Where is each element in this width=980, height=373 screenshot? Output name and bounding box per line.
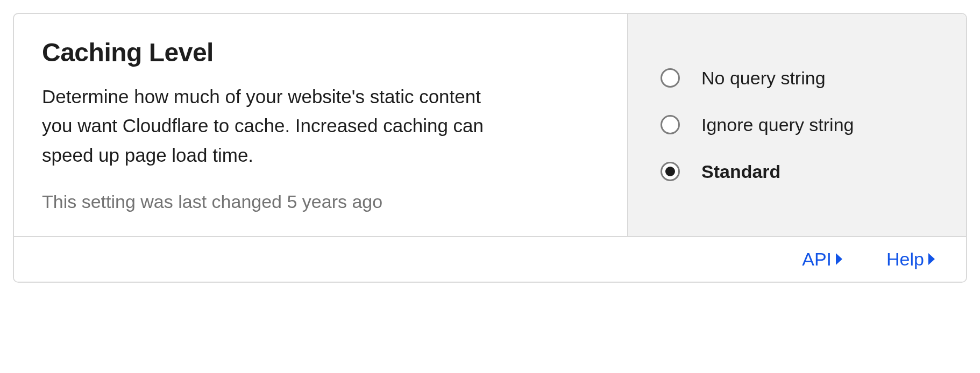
svg-marker-0 [836, 253, 842, 265]
caret-right-icon [928, 253, 936, 265]
help-link[interactable]: Help [886, 249, 936, 270]
card-description: Determine how much of your website's sta… [42, 82, 515, 170]
radio-icon [661, 115, 680, 134]
card-footer: API Help [14, 236, 966, 282]
radio-option-no-query-string[interactable]: No query string [661, 68, 934, 89]
radio-option-ignore-query-string[interactable]: Ignore query string [661, 114, 934, 135]
help-link-label: Help [886, 249, 924, 270]
card-last-changed: This setting was last changed 5 years ag… [42, 191, 599, 212]
card-info: Caching Level Determine how much of your… [14, 14, 627, 236]
card-body: Caching Level Determine how much of your… [14, 14, 966, 236]
caret-right-icon [836, 253, 843, 265]
radio-label: Standard [701, 161, 780, 182]
card-title: Caching Level [42, 38, 599, 67]
api-link[interactable]: API [802, 249, 843, 270]
radio-icon [661, 162, 680, 181]
caching-level-card: Caching Level Determine how much of your… [13, 13, 967, 283]
radio-label: Ignore query string [701, 114, 854, 135]
radio-option-standard[interactable]: Standard [661, 161, 934, 182]
radio-label: No query string [701, 68, 826, 89]
svg-marker-1 [928, 253, 935, 265]
caching-level-options: No query string Ignore query string Stan… [627, 14, 966, 236]
radio-icon [661, 68, 680, 88]
api-link-label: API [802, 249, 832, 270]
